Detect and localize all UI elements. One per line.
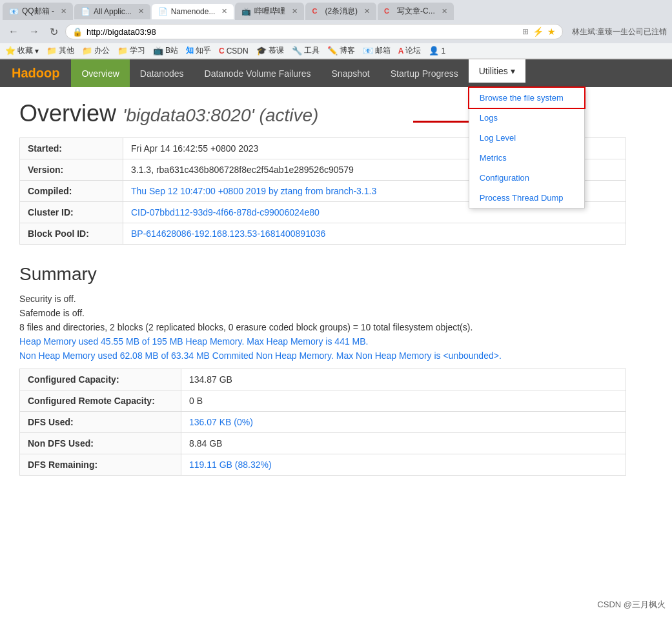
- tab-favicon: 📄: [158, 7, 167, 16]
- tab-close-btn[interactable]: ✕: [442, 7, 447, 15]
- star-icon[interactable]: ★: [547, 26, 556, 37]
- tab-label: Namenode...: [171, 7, 216, 16]
- tab-close-btn[interactable]: ✕: [61, 7, 66, 15]
- blog-icon: ✏️: [327, 46, 338, 56]
- tab-close-btn[interactable]: ✕: [364, 7, 370, 15]
- block-pool-link[interactable]: BP-614628086-192.168.123.53-168140089103…: [131, 228, 325, 239]
- folder-icon: 📁: [46, 46, 57, 56]
- row-label: DFS Remaining:: [20, 454, 181, 476]
- bookmark-label: B站: [165, 45, 178, 56]
- bookmark-others[interactable]: 📁 其他: [46, 45, 74, 56]
- non-heap-memory-info: Non Heap Memory used 62.08 MB of 63.34 M…: [19, 350, 626, 361]
- dropdown-process-thread-dump[interactable]: Process Thread Dump: [469, 188, 584, 208]
- row-value: 134.87 GB: [181, 369, 626, 390]
- nav-utilities[interactable]: Utilities ▾: [469, 59, 525, 83]
- nav-datanode-volume-failures[interactable]: Datanode Volume Failures: [194, 59, 321, 87]
- tab-favicon: C: [312, 7, 321, 16]
- row-label: Non DFS Used:: [20, 433, 181, 454]
- tab-csdn-msg[interactable]: C (2条消息) ✕: [305, 3, 376, 20]
- bookmark-user[interactable]: 👤 1: [429, 46, 445, 56]
- bookmark-blog[interactable]: ✏️ 博客: [327, 45, 355, 56]
- dropdown-browse-filesystem[interactable]: Browse the file system: [469, 88, 584, 108]
- row-label: Block Pool ID:: [20, 223, 123, 245]
- dropdown-logs[interactable]: Logs: [469, 108, 584, 128]
- address-bar[interactable]: 🔒 ⊞ ⚡ ★: [65, 24, 563, 39]
- forward-button[interactable]: →: [26, 25, 43, 39]
- table-row: DFS Used: 136.07 KB (0%): [20, 412, 626, 433]
- bookmark-label: 慕课: [269, 45, 284, 56]
- heap-memory-link[interactable]: Heap Memory used 45.55 MB of 195 MB Heap…: [19, 336, 369, 347]
- utilities-caret: ▾: [511, 66, 515, 76]
- bookmark-label: 学习: [130, 45, 145, 56]
- tab-close-btn[interactable]: ✕: [138, 7, 144, 15]
- bookmark-office[interactable]: 📁 办公: [82, 45, 110, 56]
- bookmark-label: 邮箱: [375, 45, 391, 56]
- bookmark-mail[interactable]: 📧 邮箱: [363, 45, 391, 56]
- bookmark-label: 工具: [304, 45, 320, 56]
- reload-button[interactable]: ↻: [46, 25, 61, 39]
- tab-label: QQ邮箱 -: [22, 6, 54, 17]
- nav-startup-progress[interactable]: Startup Progress: [380, 59, 469, 87]
- row-value-link[interactable]: 136.07 KB (0%): [181, 412, 626, 433]
- heap-memory-info: Heap Memory used 45.55 MB of 195 MB Heap…: [19, 336, 626, 347]
- bookmark-zhihu[interactable]: 知 知乎: [186, 45, 211, 56]
- bookmark-label: 收藏: [17, 45, 33, 56]
- security-status: Security is off.: [19, 294, 626, 304]
- forum-icon: A: [398, 46, 404, 56]
- security-icon: 🔒: [72, 27, 83, 37]
- address-input[interactable]: [87, 27, 518, 37]
- qr-icon: ⊞: [522, 27, 529, 36]
- dfs-used-link[interactable]: 136.07 KB (0%): [189, 417, 253, 427]
- nav-snapshot[interactable]: Snapshot: [321, 59, 380, 87]
- table-row: Non DFS Used: 8.84 GB: [20, 433, 626, 454]
- bookmark-label: 博客: [340, 45, 355, 56]
- tab-close-btn[interactable]: ✕: [221, 7, 227, 15]
- tab-label: 写文章-C...: [397, 6, 435, 17]
- mooc-icon: 🎓: [256, 46, 267, 56]
- tab-qq-mail[interactable]: 📧 QQ邮箱 - ✕: [3, 3, 73, 20]
- safemode-status: Safemode is off.: [19, 308, 626, 318]
- summary-table: Configured Capacity: 134.87 GB Configure…: [19, 369, 626, 476]
- bookmark-bilibili[interactable]: 📺 B站: [153, 45, 178, 56]
- row-value: 0 B: [181, 390, 626, 412]
- row-label: Version:: [20, 159, 123, 181]
- bookmarks-bar: ⭐ 收藏▾ 📁 其他 📁 办公 📁 学习 📺 B站 知 知乎 C CSDN 🎓: [0, 43, 672, 59]
- dropdown-log-level[interactable]: Log Level: [469, 128, 584, 148]
- bookmark-tools[interactable]: 🔧 工具: [292, 45, 320, 56]
- non-heap-memory-link[interactable]: Non Heap Memory used 62.08 MB of 63.34 M…: [19, 350, 502, 361]
- user-info: 林生斌:童臻一生公司已注销: [572, 26, 667, 37]
- back-button[interactable]: ←: [5, 25, 22, 39]
- bookmark-study[interactable]: 📁 学习: [117, 45, 145, 56]
- tools-icon: 🔧: [292, 46, 302, 56]
- tab-label: 哔哩哔哩: [254, 6, 285, 17]
- bookmark-csdn[interactable]: C CSDN: [219, 46, 249, 56]
- bookmark-forum[interactable]: A 论坛: [398, 45, 422, 56]
- nav-overview[interactable]: Overview: [71, 59, 129, 87]
- browser-toolbar: ← → ↻ 🔒 ⊞ ⚡ ★ 林生斌:童臻一生公司已注销: [0, 20, 672, 43]
- dropdown-configuration[interactable]: Configuration: [469, 168, 584, 188]
- dropdown-metrics[interactable]: Metrics: [469, 148, 584, 168]
- row-value-link[interactable]: 119.11 GB (88.32%): [181, 454, 626, 476]
- tab-namenode[interactable]: 📄 Namenode... ✕: [152, 4, 234, 19]
- folder-icon: 📁: [117, 46, 128, 56]
- tab-close-btn[interactable]: ✕: [292, 7, 298, 15]
- csdn-icon: C: [219, 46, 225, 56]
- compiled-link[interactable]: Thu Sep 12 10:47:00 +0800 2019 by ztang …: [131, 186, 376, 196]
- utilities-label: Utilities: [479, 66, 508, 76]
- tab-bar: 📧 QQ邮箱 - ✕ 📄 All Applic... ✕ 📄 Namenode.…: [0, 0, 672, 20]
- row-value-link[interactable]: BP-614628086-192.168.123.53-168140089103…: [123, 223, 626, 245]
- bookmark-mooc[interactable]: 🎓 慕课: [256, 45, 284, 56]
- bookmark-label: 知乎: [196, 45, 211, 56]
- hostname-subtitle: 'bigdata03:8020' (active): [123, 105, 318, 125]
- nav-datanodes[interactable]: Datanodes: [130, 59, 194, 87]
- tab-write-article[interactable]: C 写文章-C... ✕: [378, 3, 454, 20]
- tab-favicon: 📧: [9, 7, 18, 16]
- cluster-id-link[interactable]: CID-07bbd112-93d9-4f66-878d-c99006024e80: [131, 207, 320, 217]
- table-row: DFS Remaining: 119.11 GB (88.32%): [20, 454, 626, 476]
- dfs-remaining-link[interactable]: 119.11 GB (88.32%): [189, 460, 272, 470]
- tab-all-applic[interactable]: 📄 All Applic... ✕: [74, 4, 150, 19]
- bookmark-favorites[interactable]: ⭐ 收藏▾: [5, 45, 39, 56]
- tab-bilibili[interactable]: 📺 哔哩哔哩 ✕: [235, 3, 304, 20]
- row-label: Configured Remote Capacity:: [20, 390, 181, 412]
- folder-icon: 📁: [82, 46, 92, 56]
